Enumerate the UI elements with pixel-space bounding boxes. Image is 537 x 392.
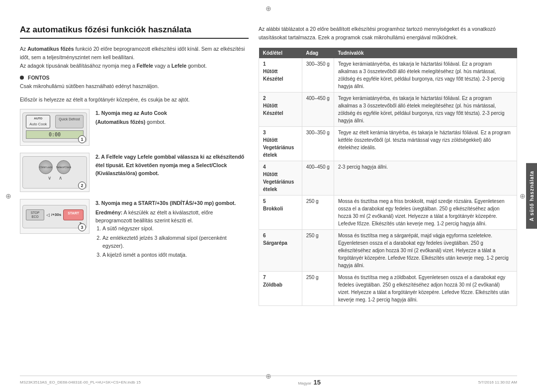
table-row: 2HűtöttKészétel400–450 gTegye kerámiatán…	[259, 92, 517, 126]
footer-left: MS23K3513AS_EO_DE68-04831E-00_PL+HU+SK+C…	[20, 380, 141, 385]
mw-display: 0:00	[26, 130, 84, 139]
table-row: 4HűtöttVegetáriánus ételek400–450 g2-3 p…	[259, 161, 517, 195]
cell-amount: 250 g	[302, 229, 334, 271]
table-row: 5Brokkoli250 gMossa és tisztítsa meg a f…	[259, 195, 517, 229]
cell-desc: Mossa és tisztítsa meg a friss brokkolit…	[334, 195, 517, 229]
table-row: 1HűtöttKészétel300–350 gTegye kerámiatán…	[259, 58, 517, 93]
page-footer: MS23K3513AS_EO_DE68-04831E-00_PL+HU+SK+C…	[20, 376, 517, 386]
step-1-image: AUTO Auto Cook Quick Defrost 0:00 1	[20, 109, 90, 146]
step-3-result: Eredmény: A készülék az ételt a kiválasz…	[95, 208, 249, 225]
quick-defrost-btn[interactable]: Quick Defrost	[55, 115, 83, 129]
cell-amount: 250 g	[302, 195, 334, 229]
sidebar-tab[interactable]: A sütő használata	[526, 163, 537, 229]
page-title: Az automatikus főzési funkciók használat…	[20, 25, 249, 39]
step-1-text: 1. Nyomja meg az Auto Cook (Automatikus …	[95, 109, 249, 126]
mw-buttons-top: AUTO Auto Cook Quick Defrost	[26, 115, 84, 129]
step-number-1: 1	[78, 135, 86, 143]
reg-mark-right: ⊕	[519, 193, 526, 199]
col-header-code: Kód/étel	[259, 48, 302, 58]
mw-knobs: Child Lock Select/Clock	[26, 160, 84, 174]
cell-code: 1HűtöttKészétel	[259, 58, 302, 93]
cell-amount: 300–350 g	[302, 58, 334, 93]
cell-desc: Mossa és tisztítsa meg a sárgarépát, maj…	[334, 229, 517, 271]
right-intro-text: Az alábbi táblázatot a 20 előre beállíto…	[259, 25, 517, 42]
fontos-header: FONTOS	[20, 75, 249, 81]
mw-bottom-buttons: STOP ECO ◁ /+30s START	[26, 209, 84, 220]
bold-automatikus: Automatikus főzés	[27, 46, 74, 52]
child-lock-knob[interactable]: Child Lock	[39, 160, 53, 174]
microwave-panel-1: AUTO Auto Cook Quick Defrost 0:00	[22, 112, 87, 143]
step-2-image: Child Lock Select/Clock ∨ ∧ 2	[20, 153, 90, 192]
cell-code: 6Sárgarépa	[259, 229, 302, 271]
microwave-panel-2: Child Lock Select/Clock ∨ ∧ 2	[22, 156, 87, 189]
mw-arrows: ∨ ∧	[26, 175, 84, 181]
cell-desc: 2-3 percig hagyja állni.	[334, 161, 517, 195]
cell-amount: 400–450 g	[302, 161, 334, 195]
col-header-desc: Tudnivalók	[334, 48, 517, 58]
step-3-text: 3. Nyomja meg a START/+30s (INDÍTÁS/+30 …	[95, 199, 249, 260]
cell-code: 2HűtöttKészétel	[259, 92, 302, 126]
step-1-row: AUTO Auto Cook Quick Defrost 0:00 1	[20, 109, 249, 146]
reg-mark-left: ⊕	[5, 193, 12, 199]
right-column: Az alábbi táblázatot a 20 előre beállíto…	[259, 15, 517, 362]
footer-right: 5/7/2016 11:30:02 AM	[478, 380, 517, 385]
cell-code: 3HűtöttVegetáriánus ételek	[259, 126, 302, 161]
result-item-3: A kijelző ismét a pontos időt mutatja.	[102, 251, 249, 259]
steps-container: AUTO Auto Cook Quick Defrost 0:00 1	[20, 109, 249, 260]
reg-mark-top: ⊕	[265, 5, 272, 12]
col-header-amount: Adag	[302, 48, 334, 58]
microwave-panel-3: STOP ECO ◁ /+30s START 3	[22, 205, 87, 228]
step-3-label: 3. Nyomja meg a START/+30s (INDÍTÁS/+30 …	[95, 199, 249, 207]
cell-amount: 250 g	[302, 271, 334, 305]
auto-cook-btn[interactable]: AUTO Auto Cook	[26, 115, 50, 129]
bold-felfele: Felfele	[137, 63, 153, 69]
step-2-row: Child Lock Select/Clock ∨ ∧ 2	[20, 153, 249, 192]
cell-desc: Tegye kerámiatányérba, és takarja le ház…	[334, 58, 517, 93]
fontos-text: Csak mikrohullámú sütőben használható ed…	[20, 83, 249, 91]
cell-code: 5Brokkoli	[259, 195, 302, 229]
start-btn[interactable]: START	[63, 209, 84, 220]
result-item-2: Az emlékeztető jelzés 3 alkalommal sípol…	[102, 234, 249, 250]
table-row: 3HűtöttVegetáriánus ételek300–350 gTegye…	[259, 126, 517, 161]
before-text: Először is helyezze az ételt a forgótány…	[20, 96, 249, 104]
step-number-2: 2	[78, 182, 86, 190]
left-column: Az automatikus főzési funkciók használat…	[20, 15, 249, 362]
cell-code: 7Zöldbab	[259, 271, 302, 305]
table-row: 6Sárgarépa250 gMossa és tisztítsa meg a …	[259, 229, 517, 271]
stop-eco-btn[interactable]: STOP ECO	[26, 209, 44, 220]
data-table: Kód/étel Adag Tudnivalók 1HűtöttKészétel…	[259, 48, 517, 306]
cell-code: 4HűtöttVegetáriánus ételek	[259, 161, 302, 195]
step-1-sublabel: (Automatikus főzés) gombot.	[95, 118, 249, 126]
cell-desc: Mossa és tisztítsa meg a zöldbabot. Egye…	[334, 271, 517, 305]
cell-desc: Tegye az ételt kerámia tányérba, és taka…	[334, 126, 517, 161]
step-3-image: STOP ECO ◁ /+30s START 3 3	[20, 199, 90, 234]
cell-amount: 300–350 g	[302, 126, 334, 161]
fontos-section: FONTOS Csak mikrohullámú sütőben használ…	[20, 75, 249, 91]
page-container: ⊕ ⊕ ⊕ ⊕ A sütő használata Az automatikus…	[0, 0, 537, 392]
table-header-row: Kód/étel Adag Tudnivalók	[259, 48, 517, 58]
table-row: 7Zöldbab250 gMossa és tisztítsa meg a zö…	[259, 271, 517, 305]
intro-paragraph-1: Az Automatikus főzés funkció 20 előre be…	[20, 45, 249, 70]
result-item-1: A sütő négyszer sípol.	[102, 224, 249, 232]
bold-lefele: Lefele	[172, 63, 186, 69]
step-number-3: 3	[78, 223, 86, 231]
cell-amount: 400–450 g	[302, 92, 334, 126]
step-3-row: STOP ECO ◁ /+30s START 3 3	[20, 199, 249, 260]
main-content: Az automatikus főzési funkciók használat…	[20, 15, 517, 362]
footer-page: Magyar 15	[298, 379, 321, 386]
bullet-icon	[20, 76, 24, 80]
step-1-label: 1. Nyomja meg az Auto Cook	[95, 109, 249, 117]
step-2-label: 2. A Felfele vagy Lefele gombbal válassz…	[95, 153, 249, 177]
select-clock-knob[interactable]: Select/Clock	[57, 160, 71, 174]
result-list: A sütő négyszer sípol. Az emlékeztető je…	[95, 224, 249, 259]
step-2-text: 2. A Felfele vagy Lefele gombbal válassz…	[95, 153, 249, 178]
cell-desc: Tegye kerámiatányérba, és takarja le ház…	[334, 92, 517, 126]
